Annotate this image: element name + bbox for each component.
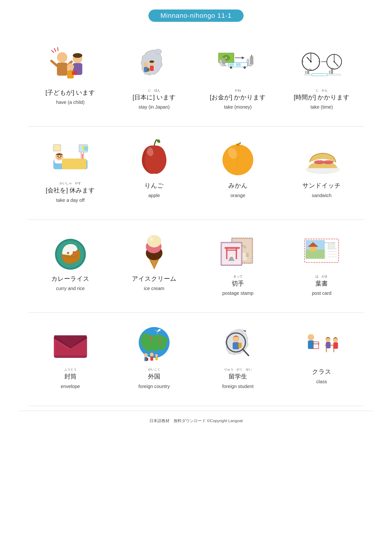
svg-rect-24: [219, 60, 222, 64]
svg-rect-17: [150, 66, 154, 71]
svg-point-74: [236, 143, 240, 146]
svg-rect-133: [238, 343, 242, 348]
svg-rect-115: [310, 246, 316, 252]
illustration-sandwich: [300, 139, 343, 176]
illustration-postcard: POSTCARD: [300, 232, 343, 270]
furigana-day-off: かいしゃ やす: [60, 181, 81, 185]
svg-rect-148: [333, 343, 338, 349]
illustration-classroom: Grammar: [300, 325, 343, 363]
section-3: カレーライス curry and rice: [19, 220, 373, 313]
japanese-take-money: [お金が] かかります: [210, 93, 266, 101]
vocab-have-child: [子どもが] います have (a child): [28, 41, 112, 117]
svg-rect-146: [326, 342, 331, 348]
svg-rect-70: [84, 147, 88, 151]
illustration-sick-bed: [49, 139, 92, 176]
svg-text:Osaka: Osaka: [306, 68, 311, 70]
footer-text: 日本語教材 無料ダウンロード ©Copyright Langoal: [149, 419, 243, 423]
english-stamp: postage stamp: [223, 290, 253, 296]
japanese-orange: みかん: [228, 181, 248, 190]
japanese-curry: カレーライス: [51, 274, 89, 283]
furigana-envelope: ふうとう: [64, 367, 77, 372]
svg-rect-51: [307, 70, 309, 74]
svg-point-7: [67, 63, 74, 70]
vocab-stamp: きって 切手 postage stamp: [196, 227, 280, 303]
svg-rect-100: [224, 247, 240, 249]
svg-rect-98: [226, 247, 227, 259]
svg-rect-27: [250, 56, 253, 64]
svg-point-88: [147, 235, 161, 247]
illustration-envelope: [49, 325, 92, 363]
svg-line-130: [243, 350, 249, 356]
section-4: ふうとう 封筒 envelope: [19, 313, 373, 406]
svg-text:POSTCARD: POSTCARD: [325, 241, 336, 244]
svg-rect-97: [222, 243, 241, 264]
svg-point-30: [230, 66, 232, 69]
svg-line-12: [58, 47, 58, 51]
svg-rect-132: [233, 342, 239, 349]
title-badge: Minnano-nihongo 11-1: [148, 9, 243, 22]
japanese-envelope: 封筒: [64, 372, 77, 381]
english-orange: orange: [231, 193, 245, 198]
english-sandwich: sandwich: [312, 193, 331, 198]
japanese-sandwich: サンドイッチ: [302, 181, 341, 190]
japanese-postcard: 葉書: [315, 279, 328, 288]
vocab-postcard: POSTCARD: [280, 227, 364, 303]
svg-text:Tokyo: Tokyo: [330, 67, 334, 70]
vocab-take-money: ¥ O: [196, 41, 280, 117]
japanese-foreign-student: 留学生: [229, 372, 247, 381]
english-envelope: envelope: [61, 384, 80, 389]
svg-rect-135: [308, 341, 314, 349]
svg-rect-61: [62, 159, 87, 169]
furigana-stay-japan: に ほん: [148, 88, 160, 92]
illustration-orange: [217, 139, 259, 176]
svg-point-81: [67, 252, 69, 254]
divider-4: [28, 406, 364, 406]
vocab-stay-japan: に ほん [日本に] います stay (in Japan): [112, 41, 196, 117]
svg-point-122: [144, 353, 148, 357]
page: Minnano-nihongo 11-1: [0, 0, 392, 445]
svg-line-2: [51, 61, 57, 66]
svg-rect-32: [229, 63, 234, 66]
svg-rect-28: [251, 55, 252, 57]
english-postcard: post card: [312, 290, 331, 296]
english-foreign-student: foreign student: [222, 384, 253, 389]
svg-text:Grammar: Grammar: [313, 343, 320, 344]
vocab-day-off: かいしゃ やす [会社を] 休みます take a day off: [28, 134, 112, 210]
furigana-foreign-country: がいこく: [148, 367, 160, 372]
english-class: class: [316, 379, 327, 385]
furigana-postcard: は がき: [315, 274, 328, 279]
furigana-take-money: かね: [235, 88, 241, 92]
svg-rect-50: [305, 71, 307, 74]
svg-text:Osaka: Osaka: [221, 64, 226, 67]
english-have-child: have (a child): [56, 100, 85, 105]
svg-point-118: [149, 337, 152, 339]
svg-rect-56: [312, 74, 327, 76]
english-take-time: take (time): [310, 104, 333, 110]
svg-rect-1: [57, 63, 67, 76]
svg-rect-15: [147, 68, 149, 71]
illustration-foreign-student: [217, 325, 259, 363]
vocab-foreign-student: りゅう がく せい 留学生 foreign student: [196, 320, 280, 396]
japanese-class: クラス: [312, 367, 331, 376]
japanese-apple: りんご: [144, 181, 164, 190]
svg-rect-25: [223, 58, 225, 64]
svg-point-120: [159, 339, 161, 341]
japanese-stamp: 切手: [232, 279, 244, 288]
svg-rect-33: [236, 63, 241, 66]
svg-marker-23: [242, 56, 245, 59]
english-foreign-country: foreign country: [139, 384, 170, 389]
svg-point-13: [143, 62, 148, 67]
svg-line-11: [54, 48, 56, 51]
svg-rect-66: [82, 154, 83, 158]
svg-rect-111: [328, 244, 335, 249]
svg-point-18: [149, 61, 154, 63]
svg-rect-99: [236, 247, 237, 259]
illustration-curry: [49, 232, 92, 270]
svg-point-63: [57, 155, 59, 157]
svg-point-0: [57, 52, 67, 63]
furigana-stamp: きって: [233, 274, 243, 279]
svg-point-64: [60, 155, 61, 157]
english-stay-japan: stay (in Japan): [139, 104, 169, 110]
svg-text:Tokyo: Tokyo: [247, 64, 252, 67]
svg-rect-9: [72, 71, 77, 75]
